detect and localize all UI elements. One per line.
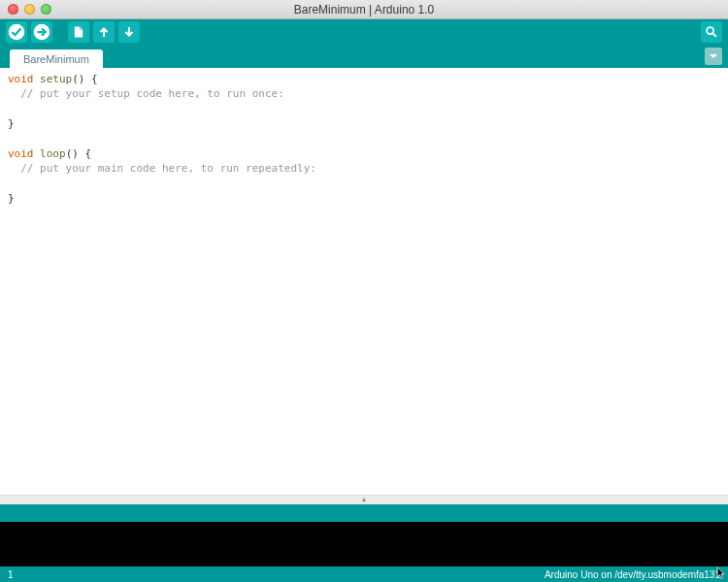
arrow-up-icon: [97, 25, 111, 39]
file-icon: [72, 25, 85, 39]
splitter-handle[interactable]: ▴: [0, 495, 728, 504]
status-board-port: Arduino Uno on /dev/tty.usbmodemfa131: [545, 569, 720, 580]
verify-button[interactable]: [6, 21, 27, 43]
code-text: () {: [66, 147, 92, 160]
status-bar: 1 Arduino Uno on /dev/tty.usbmodemfa131: [0, 566, 728, 582]
search-icon: [705, 25, 718, 39]
code-text: () {: [72, 73, 98, 85]
tab-strip: BareMinimum: [0, 45, 728, 68]
save-button[interactable]: [118, 21, 140, 43]
zoom-window-button[interactable]: [41, 4, 51, 15]
tab-menu-button[interactable]: [705, 48, 722, 65]
toolbar: [0, 19, 728, 45]
minimize-window-button[interactable]: [24, 4, 35, 15]
upload-button[interactable]: [31, 21, 52, 43]
status-line-number: 1: [8, 569, 14, 580]
new-button[interactable]: [68, 21, 89, 43]
code-keyword: void: [8, 73, 34, 85]
code-editor[interactable]: void setup() { // put your setup code he…: [0, 68, 728, 495]
code-fn: setup: [34, 73, 73, 85]
check-icon: [8, 23, 25, 41]
chevron-down-icon: [709, 51, 718, 61]
code-text: }: [8, 117, 15, 130]
mouse-cursor-icon: [716, 566, 726, 580]
code-comment: // put your setup code here, to run once…: [8, 87, 284, 100]
code-comment: // put your main code here, to run repea…: [8, 162, 316, 175]
code-keyword: void: [8, 147, 34, 160]
traffic-lights: [0, 4, 51, 15]
console-output[interactable]: [0, 522, 728, 566]
window-title: BareMinimum | Arduino 1.0: [0, 3, 728, 16]
code-fn: loop: [34, 147, 66, 160]
arrow-down-icon: [122, 25, 136, 39]
svg-point-2: [707, 27, 713, 34]
close-window-button[interactable]: [8, 4, 18, 15]
open-button[interactable]: [93, 21, 115, 43]
serial-monitor-button[interactable]: [701, 21, 722, 43]
console-header: [0, 504, 728, 522]
window-titlebar: BareMinimum | Arduino 1.0: [0, 0, 728, 19]
tab-bareminimum[interactable]: BareMinimum: [10, 49, 103, 68]
arrow-right-icon: [33, 23, 50, 41]
code-text: }: [8, 192, 15, 205]
